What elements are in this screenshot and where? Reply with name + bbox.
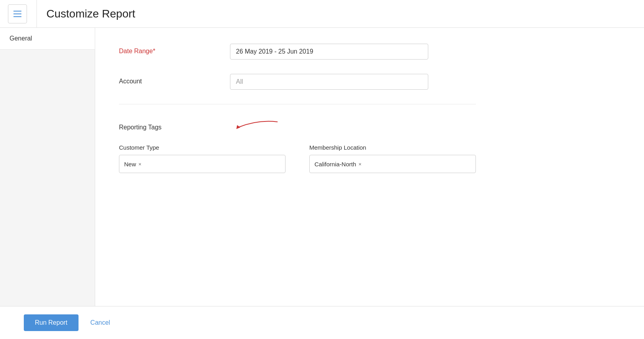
- customer-type-input-box[interactable]: New ×: [119, 155, 286, 173]
- customer-type-label: Customer Type: [119, 144, 286, 151]
- cancel-button[interactable]: Cancel: [86, 314, 114, 331]
- hamburger-line: [13, 16, 21, 17]
- sidebar-item-general[interactable]: General: [0, 28, 95, 50]
- tags-columns: Customer Type New × Membership Location: [119, 144, 476, 173]
- form-section: Date Range* Account Reporting Tags: [119, 44, 476, 173]
- date-range-row: Date Range*: [119, 44, 476, 60]
- arrow-icon: [234, 119, 282, 135]
- hamburger-line: [13, 13, 21, 14]
- content-area: Date Range* Account Reporting Tags: [95, 28, 644, 306]
- reporting-tags-label: Reporting Tags: [119, 124, 230, 131]
- footer: Run Report Cancel: [0, 306, 644, 339]
- customer-type-tag-close[interactable]: ×: [138, 161, 142, 167]
- main-layout: General Date Range* Account: [0, 28, 644, 306]
- tag-value: California-North: [314, 161, 356, 168]
- page-title: Customize Report: [36, 0, 135, 28]
- date-range-field: [230, 44, 476, 60]
- membership-location-input-box[interactable]: California-North ×: [309, 155, 476, 173]
- reporting-tags-section: Reporting Tags Customer Type: [119, 119, 476, 173]
- divider: [119, 104, 476, 104]
- account-input[interactable]: [230, 74, 428, 90]
- arrow-annotation: [234, 119, 282, 136]
- membership-location-label: Membership Location: [309, 144, 476, 151]
- date-range-input[interactable]: [230, 44, 428, 60]
- membership-location-column: Membership Location California-North ×: [309, 144, 476, 173]
- membership-location-tag-close[interactable]: ×: [358, 161, 362, 167]
- customer-type-column: Customer Type New ×: [119, 144, 286, 173]
- sidebar: General: [0, 28, 95, 306]
- run-report-button[interactable]: Run Report: [24, 314, 79, 331]
- header: Customize Report: [0, 0, 644, 28]
- svg-marker-0: [236, 125, 240, 129]
- tag-value: New: [124, 161, 136, 168]
- account-field: [230, 74, 476, 90]
- hamburger-line: [13, 11, 21, 12]
- menu-button[interactable]: [8, 4, 27, 23]
- customer-type-tag-new: New ×: [124, 161, 142, 168]
- date-range-label: Date Range*: [119, 44, 230, 55]
- membership-location-tag: California-North ×: [314, 161, 362, 168]
- account-label: Account: [119, 74, 230, 85]
- reporting-tags-label-row: Reporting Tags: [119, 119, 476, 136]
- account-row: Account: [119, 74, 476, 90]
